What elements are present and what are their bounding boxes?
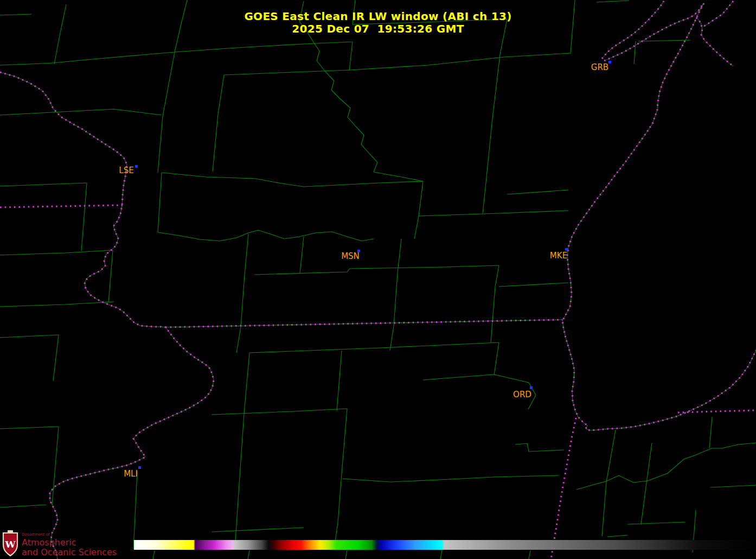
- county-line: [394, 273, 398, 326]
- county-line: [53, 335, 59, 381]
- county-line: [349, 42, 353, 71]
- il-in-border: [551, 418, 576, 559]
- county-line: [108, 250, 113, 302]
- county-line: [0, 505, 46, 507]
- ir-temperature-colorbar: [134, 540, 756, 550]
- county-line: [81, 183, 87, 251]
- county-line: [158, 116, 163, 173]
- county-line: [607, 535, 627, 537]
- county-line: [440, 550, 442, 559]
- county-line: [52, 427, 59, 505]
- county-line: [606, 430, 616, 482]
- dept-name-line2: and Oceanic Sciences: [22, 548, 117, 557]
- county-line: [638, 40, 690, 41]
- county-line: [213, 114, 218, 171]
- mississippi-river-underlay: [0, 72, 214, 559]
- county-line: [162, 173, 255, 179]
- county-line: [576, 443, 756, 490]
- county-line: [641, 491, 645, 524]
- county-line: [499, 283, 568, 287]
- station-label: MLI: [124, 469, 138, 479]
- county-line: [249, 342, 499, 353]
- county-line: [495, 265, 499, 287]
- county-line: [236, 327, 241, 353]
- county-line: [529, 550, 530, 559]
- svg-text:W: W: [4, 539, 16, 550]
- uw-madison-crest-icon: W: [2, 530, 18, 557]
- satellite-map-canvas: [0, 0, 756, 559]
- county-line: [0, 109, 162, 115]
- aos-branding: W Department of Atmospheric and Oceanic …: [2, 530, 117, 557]
- county-line: [239, 414, 244, 484]
- county-line: [0, 302, 114, 307]
- county-line: [602, 482, 606, 536]
- county-line: [492, 54, 500, 118]
- county-line: [0, 335, 59, 338]
- department-text: Department of Atmospheric and Oceanic Sc…: [22, 530, 117, 557]
- county-line: [158, 230, 374, 241]
- county-line: [507, 190, 568, 194]
- station-label: MKE: [550, 251, 567, 261]
- title-line2: 2025 Dec 07 19:53:26 GMT: [0, 23, 756, 35]
- station-dot: [530, 386, 533, 389]
- county-line: [248, 550, 249, 559]
- county-line: [710, 485, 756, 487]
- county-line: [212, 409, 347, 415]
- station-label: GRB: [591, 62, 608, 72]
- station-label: LSE: [119, 166, 133, 175]
- county-line: [0, 183, 87, 186]
- wi-il-border-underlay: [165, 320, 562, 327]
- county-line: [53, 52, 175, 63]
- station-label: MSN: [341, 251, 360, 261]
- county-line: [241, 275, 245, 327]
- county-line: [414, 216, 419, 239]
- county-line: [483, 182, 486, 213]
- county-line: [627, 522, 685, 524]
- county-line: [299, 22, 377, 172]
- county-line: [255, 179, 304, 187]
- image-title: GOES East Clean IR LW window (ABI ch 13)…: [0, 10, 756, 35]
- county-line: [645, 443, 652, 491]
- county-line: [634, 41, 636, 64]
- county-line: [486, 118, 492, 182]
- station-dot: [135, 165, 138, 168]
- county-line: [133, 471, 137, 549]
- county-line: [709, 417, 712, 448]
- county-line: [153, 550, 155, 559]
- county-line: [163, 52, 175, 116]
- county-line: [212, 528, 304, 532]
- satellite-viewer-screen: GOES East Clean IR LW window (ABI ch 13)…: [0, 0, 756, 559]
- county-line: [419, 181, 423, 216]
- title-line1: GOES East Clean IR LW window (ABI ch 13): [0, 10, 756, 23]
- county-line: [255, 265, 499, 275]
- county-line: [244, 353, 249, 414]
- county-line: [350, 57, 504, 70]
- county-line: [390, 326, 394, 351]
- county-line: [597, 1, 629, 2]
- station-dot: [138, 466, 141, 469]
- county-line: [491, 287, 495, 342]
- county-line: [345, 550, 347, 559]
- county-line: [374, 172, 423, 181]
- county-line: [300, 237, 304, 273]
- county-line: [515, 443, 564, 452]
- county-line: [245, 234, 248, 275]
- state-border-lines: [0, 1, 756, 559]
- station-label: ORD: [513, 390, 531, 399]
- county-line: [504, 53, 571, 57]
- station-dot: [608, 61, 611, 63]
- station-dot: [565, 248, 568, 251]
- county-line: [0, 63, 53, 65]
- county-line: [342, 409, 347, 467]
- dept-name-line1: Atmospheric: [22, 538, 117, 547]
- county-line: [0, 250, 113, 255]
- county-line: [419, 211, 568, 216]
- county-line: [304, 181, 423, 187]
- county-line: [342, 475, 559, 482]
- county-line: [337, 351, 342, 411]
- county-line: [494, 342, 499, 374]
- county-line: [235, 484, 239, 549]
- county-line: [338, 467, 342, 522]
- county-line: [218, 75, 224, 114]
- county-line: [158, 173, 162, 232]
